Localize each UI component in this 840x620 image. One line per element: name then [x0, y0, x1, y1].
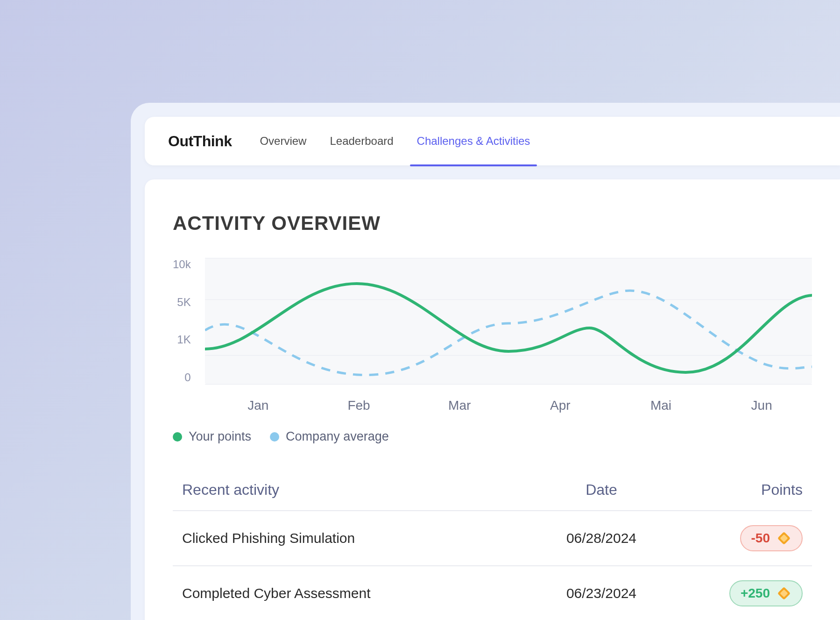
tab-challenges-activities[interactable]: Challenges & Activities: [417, 131, 530, 151]
x-tick: Jun: [711, 398, 812, 413]
chart-legend: Your points Company average: [173, 429, 812, 444]
y-axis: 10k 5K 1K 0: [173, 258, 196, 384]
points-value: -50: [751, 531, 770, 546]
legend-your-points: Your points: [173, 429, 251, 444]
table-header: Recent activity Date Points: [173, 481, 812, 511]
tab-overview[interactable]: Overview: [260, 131, 306, 151]
x-axis: Jan Feb Mar Apr Mai Jun: [208, 398, 812, 413]
activity-table: Recent activity Date Points Clicked Phis…: [173, 481, 812, 620]
x-tick: Jan: [208, 398, 309, 413]
col-header-date: Date: [517, 481, 685, 499]
cell-date: 06/23/2024: [517, 585, 685, 601]
cell-activity: Completed Cyber Assessment: [182, 585, 517, 601]
legend-label: Company average: [286, 429, 389, 444]
content-card: ACTIVITY OVERVIEW 10k 5K 1K 0: [145, 179, 840, 620]
x-tick: Apr: [510, 398, 611, 413]
col-header-activity: Recent activity: [182, 481, 517, 499]
app-window: OutThink Overview Leaderboard Challenges…: [131, 103, 840, 620]
cell-points: +250: [685, 580, 803, 606]
points-value: +250: [741, 586, 770, 601]
coin-icon: [776, 531, 791, 546]
section-title: ACTIVITY OVERVIEW: [173, 212, 812, 235]
navbar: OutThink Overview Leaderboard Challenges…: [145, 117, 840, 165]
col-header-points: Points: [685, 481, 803, 499]
nav-tabs: Overview Leaderboard Challenges & Activi…: [260, 131, 530, 151]
tab-leaderboard[interactable]: Leaderboard: [330, 131, 393, 151]
y-tick: 10k: [173, 258, 191, 271]
cell-date: 06/28/2024: [517, 530, 685, 546]
chart-plot-area: [205, 258, 812, 384]
table-row: Clicked Phishing Simulation 06/28/2024 -…: [173, 511, 812, 566]
dot-icon: [173, 432, 182, 442]
x-tick: Mai: [611, 398, 712, 413]
chart-lines: [205, 258, 812, 384]
line-your-points: [205, 284, 812, 372]
y-tick: 0: [173, 371, 191, 384]
cell-points: -50: [685, 525, 803, 551]
dot-icon: [270, 432, 279, 442]
x-tick: Feb: [309, 398, 409, 413]
table-row: Completed Cyber Assessment 06/23/2024 +2…: [173, 566, 812, 620]
points-badge: -50: [740, 525, 803, 551]
legend-company-average: Company average: [270, 429, 389, 444]
chart-container: 10k 5K 1K 0: [173, 258, 812, 384]
legend-label: Your points: [189, 429, 251, 444]
cell-activity: Clicked Phishing Simulation: [182, 530, 517, 546]
coin-icon: [776, 586, 791, 601]
x-tick: Mar: [409, 398, 510, 413]
y-tick: 1K: [173, 333, 191, 346]
points-badge: +250: [729, 580, 803, 606]
brand-logo: OutThink: [168, 133, 232, 150]
y-tick: 5K: [173, 296, 191, 309]
